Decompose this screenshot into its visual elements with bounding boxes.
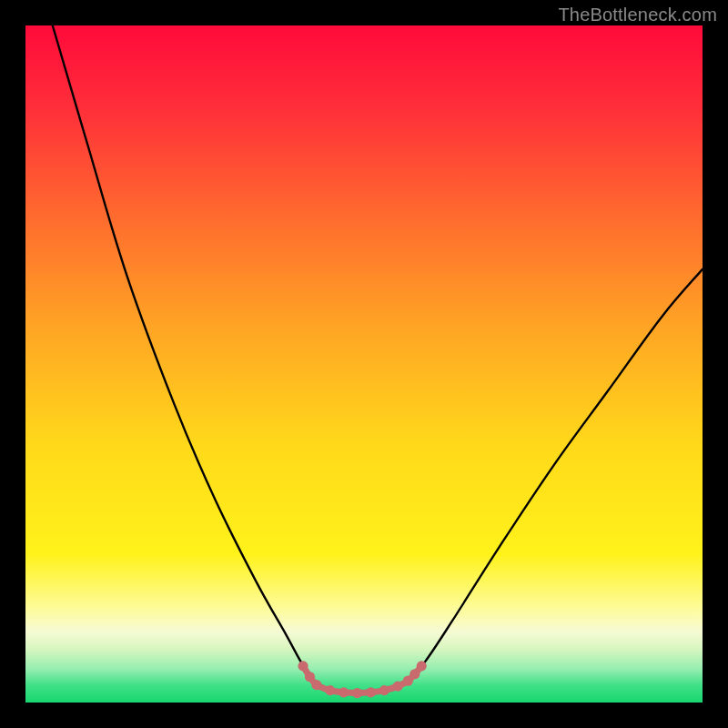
marker-dot [366,687,376,697]
marker-dot [311,680,321,690]
plot-area [25,25,703,703]
marker-dot [298,661,308,671]
marker-dot [410,669,420,679]
chart-svg [25,25,703,703]
watermark-text: TheBottleneck.com [558,5,717,25]
marker-dot [305,672,315,682]
bottleneck-curve [53,25,703,693]
marker-dot [379,685,389,695]
marker-dot [417,661,427,671]
marker-dot [393,682,403,692]
chart-container: TheBottleneck.com [0,0,728,728]
marker-dot [339,687,349,697]
marker-dot [352,688,362,698]
marker-dot [325,685,335,695]
